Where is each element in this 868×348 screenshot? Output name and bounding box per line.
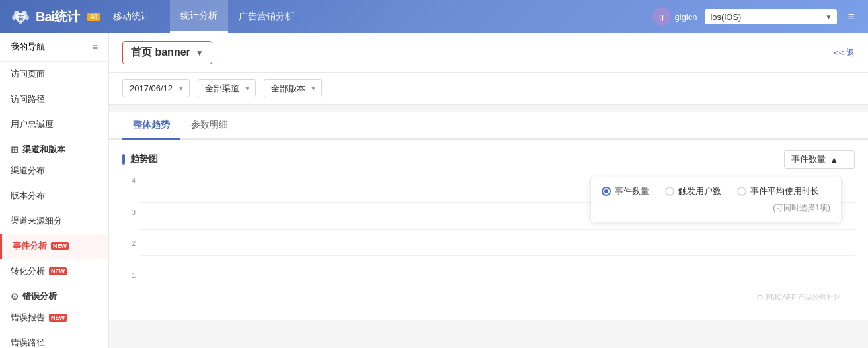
event-analysis-new-badge: NEW xyxy=(51,242,69,250)
top-nav: 百 Bai统计 40 移动统计 统计分析 广告营销分析 g gigicn ▼ ≡ xyxy=(0,0,868,33)
username: gigicn xyxy=(675,12,697,22)
filters-bar: 2017/06/12 ▼ 全部渠道 ▼ 全部版本 ▼ xyxy=(109,73,868,105)
logo-area: 百 Bai统计 40 xyxy=(11,7,100,26)
warning-icon: ⊙ xyxy=(11,291,19,302)
metric-selector-label: 事件数量 xyxy=(791,153,826,165)
channel-filter-wrapper: 全部渠道 ▼ xyxy=(198,79,256,97)
sidebar-item-event-analysis[interactable]: 事件分析 NEW xyxy=(0,234,108,259)
sidebar-item-event-label: 事件分析 xyxy=(13,240,47,252)
sidebar-item-version-dist[interactable]: 版本分布 xyxy=(0,183,108,208)
conversion-new-badge: NEW xyxy=(49,267,67,275)
chart-controls: 事件数量 ▲ xyxy=(784,150,855,169)
y-label-4: 4 xyxy=(122,177,136,185)
date-filter[interactable]: 2017/06/12 xyxy=(122,79,190,97)
baidu-logo-icon: 百 xyxy=(11,7,30,26)
sidebar-item-loyalty[interactable]: 用户忠诚度 xyxy=(0,112,108,137)
user-info: g gigicn xyxy=(652,7,697,26)
radio-label-trigger-users: 触发用户数 xyxy=(678,185,721,197)
tabs-container: 整体趋势 参数明细 趋势图 事件数量 ▲ xyxy=(109,112,868,320)
sidebar-item-visit-path[interactable]: 访问路径 xyxy=(0,87,108,112)
radio-option-avg-time[interactable]: 事件平均使用时长 xyxy=(737,185,819,197)
sidebar-header: 我的导航 ≡ xyxy=(0,33,108,62)
sidebar-item-conversion-label: 转化分析 xyxy=(11,265,45,277)
page-title-box[interactable]: 首页 banner ▼ xyxy=(122,41,212,64)
y-label-3: 3 xyxy=(122,208,136,216)
radio-panel: 事件数量 触发用户数 事件平均使用时长 (可同时选择1项) xyxy=(590,177,842,222)
menu-icon[interactable]: ≡ xyxy=(845,7,857,26)
sidebar-item-error-report-label: 错误报告 xyxy=(11,312,45,324)
grid-line-2 xyxy=(139,229,855,230)
y-label-2: 2 xyxy=(122,239,136,247)
sidebar: 我的导航 ≡ 访问页面 访问路径 用户忠诚度 ⊞ 渠道和版本 渠道分布 版本分布… xyxy=(0,33,109,348)
avatar: g xyxy=(652,7,671,26)
page-title: 首页 banner xyxy=(131,46,190,60)
main-layout: 我的导航 ≡ 访问页面 访问路径 用户忠诚度 ⊞ 渠道和版本 渠道分布 版本分布… xyxy=(0,33,868,348)
logo-text: Bai统计 xyxy=(36,8,79,26)
badge-40: 40 xyxy=(87,13,100,21)
nav-right: g gigicn ▼ ≡ xyxy=(652,7,857,26)
y-label-1: 1 xyxy=(122,271,136,279)
mobile-stats-label: 移动统计 xyxy=(113,11,150,22)
sidebar-item-channel-dist[interactable]: 渠道分布 xyxy=(0,158,108,183)
watermark-text: PMCAFF 产品经理社区 xyxy=(766,292,842,302)
nav-item-stats[interactable]: 统计分析 xyxy=(170,0,228,33)
radio-dot-avg-time xyxy=(737,187,746,196)
svg-text:百: 百 xyxy=(18,15,24,21)
channel-filter[interactable]: 全部渠道 xyxy=(198,79,256,97)
grid-icon: ⊞ xyxy=(11,144,19,155)
chart-header: 趋势图 事件数量 ▲ xyxy=(122,150,855,169)
nav-item-ad[interactable]: 广告营销分析 xyxy=(228,0,305,33)
back-link[interactable]: << 返 xyxy=(834,47,855,59)
version-filter[interactable]: 全部版本 xyxy=(264,79,322,97)
tab-overall-trend[interactable]: 整体趋势 xyxy=(122,112,180,140)
tabs-bar: 整体趋势 参数明细 xyxy=(109,112,868,140)
svg-point-3 xyxy=(12,15,16,21)
radio-dot-event-count xyxy=(602,187,611,196)
radio-label-avg-time: 事件平均使用时长 xyxy=(750,185,819,197)
sidebar-header-title: 我的导航 xyxy=(11,41,45,53)
radio-option-trigger-users[interactable]: 触发用户数 xyxy=(665,185,721,197)
radio-panel-content: 事件数量 触发用户数 事件平均使用时长 xyxy=(602,185,830,197)
chart-title: 趋势图 xyxy=(122,153,158,165)
y-axis: 1 2 3 4 xyxy=(122,177,139,283)
app-selector-wrapper: ▼ xyxy=(705,9,837,24)
metric-selector[interactable]: 事件数量 ▲ xyxy=(784,150,855,169)
error-report-new-badge: NEW xyxy=(49,314,67,322)
chart-title-text: 趋势图 xyxy=(130,153,158,165)
sidebar-section-channel: ⊞ 渠道和版本 xyxy=(0,137,108,158)
radio-hint: (可同时选择1项) xyxy=(602,202,830,214)
radio-dot-trigger-users xyxy=(665,187,674,196)
content-header: 首页 banner ▼ << 返 xyxy=(109,33,868,73)
metric-selector-arrow-icon: ▲ xyxy=(830,155,838,165)
watermark: ⊙ PMCAFF 产品经理社区 xyxy=(756,292,842,302)
sidebar-section-channel-label: 渠道和版本 xyxy=(22,144,65,155)
radio-label-event-count: 事件数量 xyxy=(615,185,649,197)
version-filter-wrapper: 全部版本 ▼ xyxy=(264,79,322,97)
sidebar-item-error-report[interactable]: 错误报告 NEW xyxy=(0,305,108,330)
sidebar-item-error-path[interactable]: 错误路径 xyxy=(0,330,108,348)
sidebar-item-visit-page[interactable]: 访问页面 xyxy=(0,62,108,87)
svg-point-4 xyxy=(25,15,29,21)
radio-option-event-count[interactable]: 事件数量 xyxy=(602,185,649,197)
content-area: 首页 banner ▼ << 返 2017/06/12 ▼ 全部渠道 ▼ xyxy=(109,33,868,348)
sidebar-section-error: ⊙ 错误分析 xyxy=(0,284,108,305)
page-title-dropdown-icon: ▼ xyxy=(196,48,204,58)
chart-body: 1 2 3 4 xyxy=(122,177,855,309)
sidebar-section-error-label: 错误分析 xyxy=(22,290,57,302)
chart-container: 趋势图 事件数量 ▲ 1 2 xyxy=(109,140,868,320)
app-selector-input[interactable] xyxy=(705,9,837,24)
sidebar-item-channel-source[interactable]: 渠道来源细分 xyxy=(0,208,108,234)
sidebar-header-icon[interactable]: ≡ xyxy=(93,42,98,52)
svg-point-5 xyxy=(19,21,22,24)
sidebar-item-conversion[interactable]: 转化分析 NEW xyxy=(0,259,108,284)
grid-line-1 xyxy=(139,255,855,256)
date-filter-wrapper: 2017/06/12 ▼ xyxy=(122,79,190,97)
chart-title-bar-icon xyxy=(122,154,125,165)
tab-param-detail[interactable]: 参数明细 xyxy=(180,112,239,140)
